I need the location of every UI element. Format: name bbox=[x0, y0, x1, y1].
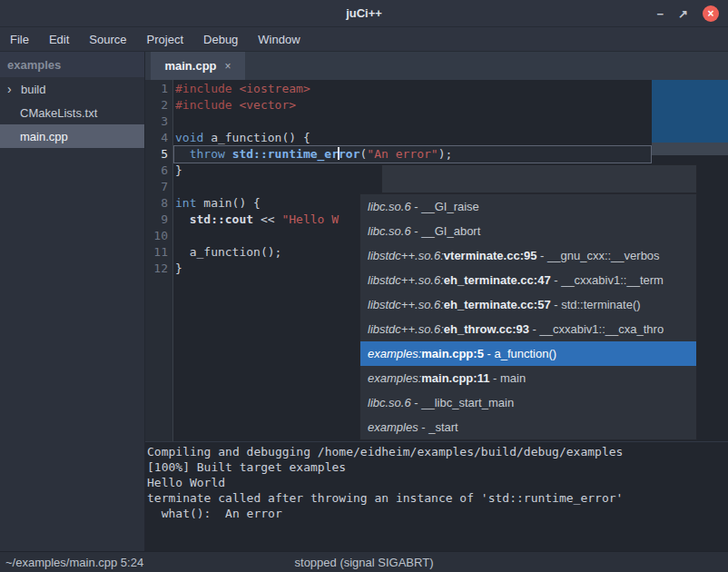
code-line[interactable]: void a_function() { bbox=[175, 130, 452, 146]
code-token: throw bbox=[190, 147, 225, 161]
menu-window[interactable]: Window bbox=[248, 27, 310, 51]
stack-frame-item[interactable]: libc.so.6 - __GI_raise bbox=[360, 194, 696, 219]
line-number: 5 bbox=[146, 146, 168, 163]
line-number: 12 bbox=[146, 261, 168, 277]
frame-module: libstdc++.so.6: bbox=[368, 322, 444, 336]
status-debug-state: stopped (signal SIGABRT) bbox=[0, 552, 728, 572]
code-token: } bbox=[175, 163, 182, 177]
maximize-button[interactable]: ↗ bbox=[678, 8, 688, 20]
tree-item-cmakelists.txt[interactable]: CMakeLists.txt bbox=[0, 101, 144, 124]
tooltip-cutoff-footer bbox=[652, 143, 728, 155]
frame-module: libstdc++.so.6: bbox=[368, 298, 444, 311]
stack-frame-item[interactable]: examples:main.cpp:5 - a_function() bbox=[360, 341, 696, 366]
expander-icon[interactable]: › bbox=[7, 83, 16, 95]
file-tree: ›buildCMakeLists.txtmain.cpp bbox=[0, 77, 144, 148]
code-token: } bbox=[175, 261, 182, 275]
code-token bbox=[175, 212, 190, 226]
frame-function: - __GI_raise bbox=[411, 200, 479, 213]
frame-file: vterminate.cc:95 bbox=[444, 249, 537, 262]
frame-function: - std::terminate() bbox=[551, 298, 641, 311]
terminal-line: Hello World bbox=[145, 475, 728, 490]
line-number: 7 bbox=[146, 179, 168, 195]
stack-frame-item[interactable]: libstdc++.so.6:vterminate.cc:95 - __gnu_… bbox=[360, 243, 696, 268]
code-token: ); bbox=[438, 147, 453, 161]
frame-function: - main bbox=[489, 371, 526, 385]
code-token: std::cout bbox=[190, 212, 253, 226]
frame-function: - __cxxabiv1::__term bbox=[551, 273, 664, 287]
code-token: <iostream> bbox=[239, 82, 310, 95]
stack-frame-item[interactable]: libstdc++.so.6:eh_terminate.cc:47 - __cx… bbox=[360, 268, 696, 292]
line-number: 4 bbox=[146, 130, 168, 146]
code-token: main() { bbox=[196, 196, 260, 210]
code-token: a_function(); bbox=[175, 245, 281, 259]
project-header[interactable]: examples bbox=[0, 52, 144, 77]
terminal-line: [100%] Built target examples bbox=[145, 459, 728, 475]
tab-bar: main.cpp × bbox=[145, 52, 728, 80]
editor[interactable]: 123456789101112 #include <iostream>#incl… bbox=[145, 80, 728, 441]
code-line[interactable]: throw std::runtime_error("An error"); bbox=[175, 146, 452, 163]
line-number: 1 bbox=[146, 81, 168, 97]
terminal-line: Compiling and debugging /home/eidheim/ex… bbox=[145, 444, 728, 459]
frame-function: - _start bbox=[418, 420, 458, 434]
gutter: 123456789101112 bbox=[145, 80, 173, 441]
frame-file: eh_throw.cc:93 bbox=[444, 322, 529, 336]
tree-item-label: build bbox=[21, 83, 45, 96]
stack-frame-item[interactable]: libstdc++.so.6:eh_throw.cc:93 - __cxxabi… bbox=[360, 317, 696, 341]
terminal-line: what(): An error bbox=[145, 506, 728, 521]
frame-function: - __gnu_cxx::__verbos bbox=[536, 249, 659, 262]
frame-function: - a_function() bbox=[484, 347, 556, 360]
line-number: 8 bbox=[146, 195, 168, 212]
stack-frame-item[interactable]: libc.so.6 - __libc_start_main bbox=[360, 390, 696, 415]
minimize-button[interactable]: − bbox=[657, 8, 664, 20]
line-number: 6 bbox=[146, 163, 168, 179]
frame-module: examples: bbox=[368, 347, 421, 360]
tree-item-label: main.cpp bbox=[20, 130, 68, 143]
frame-function: - __libc_start_main bbox=[411, 396, 514, 409]
window-controls: − ↗ × bbox=[657, 0, 720, 27]
code-token: << bbox=[253, 212, 281, 226]
tooltip-cutoff bbox=[652, 80, 728, 143]
menu-file[interactable]: File bbox=[0, 27, 39, 51]
menu-source[interactable]: Source bbox=[79, 27, 136, 51]
frame-file: eh_terminate.cc:57 bbox=[444, 298, 551, 311]
line-number: 2 bbox=[146, 97, 168, 113]
terminal-line: terminate called after throwing an insta… bbox=[145, 490, 728, 506]
code-token: std::runtime_er bbox=[232, 147, 339, 161]
line-number: 10 bbox=[146, 228, 168, 244]
code-token bbox=[225, 147, 232, 161]
terminal[interactable]: Compiling and debugging /home/eidheim/ex… bbox=[145, 441, 728, 551]
code-line[interactable]: #include <vector> bbox=[175, 97, 452, 113]
stack-frame-item[interactable]: examples:main.cpp:11 - main bbox=[360, 366, 696, 390]
popup-header bbox=[381, 164, 697, 193]
tree-item-build[interactable]: ›build bbox=[0, 77, 144, 101]
stack-frame-item[interactable]: examples - _start bbox=[360, 415, 696, 439]
tree-item-main.cpp[interactable]: main.cpp bbox=[0, 124, 144, 148]
status-bar: ~/examples/main.cpp 5:24 stopped (signal… bbox=[0, 551, 728, 572]
menu-edit[interactable]: Edit bbox=[39, 27, 79, 51]
code-token: "Hello W bbox=[281, 212, 339, 226]
tab-main-cpp[interactable]: main.cpp × bbox=[151, 52, 245, 80]
code-line[interactable] bbox=[175, 113, 452, 130]
menu-debug[interactable]: Debug bbox=[193, 27, 248, 51]
frame-file: main.cpp:11 bbox=[421, 371, 489, 385]
code-token: void bbox=[175, 131, 203, 144]
terminal-lines: Compiling and debugging /home/eidheim/ex… bbox=[145, 442, 728, 521]
code-token: "An error" bbox=[367, 147, 438, 161]
code-token: #include bbox=[175, 82, 239, 95]
stack-frame-item[interactable]: libc.so.6 - __GI_abort bbox=[360, 219, 696, 243]
backtrace-list[interactable]: libc.so.6 - __GI_raiselibc.so.6 - __GI_a… bbox=[359, 193, 697, 440]
frame-module: examples: bbox=[368, 371, 421, 385]
code-token: #include bbox=[175, 98, 239, 112]
frame-file: eh_terminate.cc:47 bbox=[444, 273, 551, 287]
stack-frame-item[interactable]: libstdc++.so.6:eh_terminate.cc:57 - std:… bbox=[360, 292, 696, 317]
menu-project[interactable]: Project bbox=[137, 27, 193, 51]
frame-file: main.cpp:5 bbox=[421, 347, 484, 360]
frame-module: libc.so.6 bbox=[368, 200, 411, 213]
code-token: <vector> bbox=[239, 98, 296, 112]
menu-bar: FileEditSourceProjectDebugWindow bbox=[0, 27, 728, 52]
tab-close-icon[interactable]: × bbox=[225, 60, 231, 73]
frame-module: libstdc++.so.6: bbox=[368, 249, 444, 262]
close-button[interactable]: × bbox=[703, 5, 719, 22]
frame-module: libc.so.6 bbox=[368, 396, 411, 409]
code-line[interactable]: #include <iostream> bbox=[175, 81, 452, 97]
